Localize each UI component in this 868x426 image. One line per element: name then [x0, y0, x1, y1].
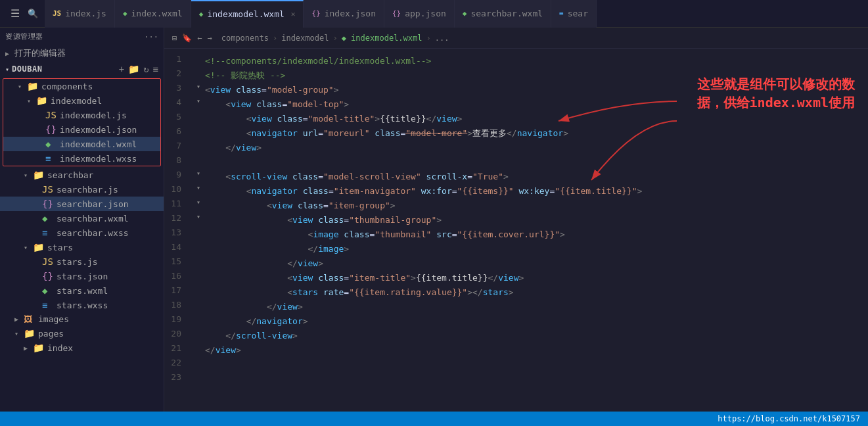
sidebar-item-images[interactable]: ▶ 🖼 images: [0, 312, 164, 326]
tab-indexjson[interactable]: {} index.json: [304, 0, 384, 28]
sidebar-item-starswxml[interactable]: ◆ stars.wxml: [0, 283, 164, 298]
chevron-right-icon: ▶: [5, 50, 14, 57]
tab-label: indexmodel.wxml: [207, 9, 284, 19]
line-number: 6: [164, 126, 192, 136]
folder-icon: 📁: [24, 328, 35, 339]
line-content: </view>: [205, 256, 868, 271]
line-number: 20: [164, 329, 192, 339]
folder-icon: 📁: [36, 95, 48, 106]
bookmark-icon[interactable]: 🔖: [182, 34, 192, 43]
chevron-down-icon: ▾: [192, 83, 205, 90]
folder-icon: 📁: [27, 81, 39, 91]
refresh-icon[interactable]: ↻: [143, 64, 148, 74]
sidebar-item-indexmodeljson[interactable]: {} indexmodel.json: [3, 122, 160, 137]
tab-indexmodelwxml[interactable]: ◆ indexmodel.wxml ✕: [191, 0, 304, 28]
folder-label: images: [38, 314, 158, 324]
sidebar-more-icon[interactable]: ···: [144, 32, 158, 41]
tab-appjson[interactable]: {} app.json: [384, 0, 455, 28]
line-content: <stars rate="{{item.rating.value}}"></st…: [205, 285, 868, 300]
code-line-12: 12 ▾ <view class="thumbnail-group">: [164, 213, 868, 227]
collapse-all-icon[interactable]: ≡: [153, 64, 158, 74]
chevron-down-icon: ▾: [192, 199, 205, 206]
folder-label: pages: [38, 329, 158, 339]
tab-label: index.json: [325, 9, 376, 18]
code-line-3: 3 ▾ <view class="model-group">: [164, 83, 868, 97]
sidebar-item-components[interactable]: ▾ 📁 components: [3, 79, 160, 93]
status-url: https://blog.csdn.net/k1507157: [718, 414, 860, 423]
back-icon[interactable]: ←: [197, 34, 202, 43]
sidebar-item-index-page[interactable]: ▶ 📁 index: [0, 341, 164, 355]
breadcrumb-sep3: ›: [426, 34, 431, 43]
code-line-1: 1 <!--components/indexmodel/indexmodel.w…: [164, 54, 868, 68]
tab-label: searchbar.wxml: [470, 9, 543, 18]
open-editors-label: 打开的编辑器: [14, 47, 158, 59]
tab-label: sear: [568, 9, 588, 18]
sidebar-item-searchbar[interactable]: ▾ 📁 searchbar: [0, 168, 164, 182]
sidebar-scroll[interactable]: ▶ 打开的编辑器 ▾ DOUBAN + 📁 ↻ ≡: [0, 45, 164, 412]
chevron-down-icon: ▾: [192, 97, 205, 105]
sidebar-item-stars[interactable]: ▾ 📁 stars: [0, 240, 164, 254]
sidebar-open-editors[interactable]: ▶ 打开的编辑器: [0, 45, 164, 61]
sidebar-item-pages[interactable]: ▾ 📁 pages: [0, 326, 164, 341]
sidebar-item-starsjson[interactable]: {} stars.json: [0, 269, 164, 283]
tab-close-button[interactable]: ✕: [291, 10, 296, 18]
code-editor[interactable]: 1 <!--components/indexmodel/indexmodel.w…: [164, 49, 868, 412]
search-icon[interactable]: 🔍: [28, 9, 38, 18]
code-line-16: 16 <view class="item-title">{{item.title…: [164, 271, 868, 285]
line-number: 16: [164, 271, 192, 281]
chevron-down-icon: ▾: [5, 66, 9, 73]
tab-indexjs[interactable]: JS index.js: [45, 0, 115, 28]
sidebar-item-searchbarwxss[interactable]: ≡ searchbar.wxss: [0, 225, 164, 240]
line-number: 17: [164, 285, 192, 295]
line-content: <!-- 影院热映 -->: [205, 68, 868, 83]
tab-indexwxml[interactable]: ◆ index.wxml: [115, 0, 191, 28]
sidebar: 资源管理器 ··· ▶ 打开的编辑器 ▾ DOUBAN + 📁: [0, 28, 164, 412]
line-number: 8: [164, 155, 192, 165]
line-content: </view>: [205, 300, 868, 314]
sidebar-item-indexmodelwxml[interactable]: ◆ indexmodel.wxml: [3, 137, 160, 151]
file-label: searchbar.json: [57, 199, 158, 209]
sidebar-item-starswxss[interactable]: ≡ stars.wxss: [0, 298, 164, 312]
line-number: 4: [164, 97, 192, 107]
new-file-icon[interactable]: +: [119, 64, 124, 74]
breadcrumb-part4: ...: [435, 34, 449, 43]
folder-label: indexmodel: [51, 96, 155, 106]
breadcrumb-icons: ⊟ 🔖 ← →: [172, 34, 212, 43]
new-folder-icon[interactable]: 📁: [128, 64, 139, 74]
line-content: </view>: [205, 343, 868, 358]
sidebar-item-indexmodelwxss[interactable]: ≡ indexmodel.wxss: [3, 151, 160, 166]
status-bar: https://blog.csdn.net/k1507157: [0, 412, 868, 426]
line-content: <navigator url="moreurl" class="model-mo…: [205, 126, 868, 141]
forward-icon[interactable]: →: [207, 34, 212, 43]
line-number: 14: [164, 242, 192, 252]
sidebar-project-header[interactable]: ▾ DOUBAN + 📁 ↻ ≡: [0, 61, 164, 77]
breadcrumb: ⊟ 🔖 ← → components › indexmodel › ◆ inde…: [164, 28, 868, 49]
tab-searchbarwxml[interactable]: ◆ searchbar.wxml: [455, 0, 551, 28]
file-label: stars.json: [57, 272, 158, 281]
sidebar-item-searchbarwxml[interactable]: ◆ searchbar.wxml: [0, 211, 164, 225]
wxml-file-icon: ◆: [42, 213, 54, 224]
sidebar-item-searchbarjson[interactable]: {} searchbar.json: [0, 197, 164, 211]
sidebar-item-indexmodel[interactable]: ▾ 📁 indexmodel: [3, 93, 160, 108]
code-line-11: 11 ▾ <view class="item-group">: [164, 199, 868, 213]
sidebar-item-indexmodeljs[interactable]: JS indexmodel.js: [3, 108, 160, 122]
tab-sear[interactable]: ≡ sear: [551, 0, 597, 28]
chevron-down-icon: ▾: [27, 97, 36, 105]
menu-icon[interactable]: ☰: [11, 7, 20, 20]
file-label: searchbar.js: [57, 185, 158, 195]
line-number: 7: [164, 141, 192, 151]
tab-icon-json: {}: [392, 9, 401, 18]
wxml-file-icon: ◆: [42, 285, 54, 296]
wxml-file-icon: ◆: [45, 139, 57, 149]
file-label: searchbar.wxss: [57, 228, 158, 238]
file-label: stars.wxss: [57, 300, 158, 310]
line-number: 12: [164, 213, 192, 223]
code-line-15: 15 </view>: [164, 256, 868, 271]
sidebar-item-starsjs[interactable]: JS stars.js: [0, 254, 164, 269]
sidebar-item-searchbarjs[interactable]: JS searchbar.js: [0, 182, 164, 197]
collapse-icon[interactable]: ⊟: [172, 34, 177, 43]
tab-list: JS index.js ◆ index.wxml ◆ indexmodel.wx…: [45, 0, 863, 28]
code-line-14: 14 </image>: [164, 242, 868, 256]
line-number: 3: [164, 83, 192, 93]
line-number: 9: [164, 170, 192, 179]
